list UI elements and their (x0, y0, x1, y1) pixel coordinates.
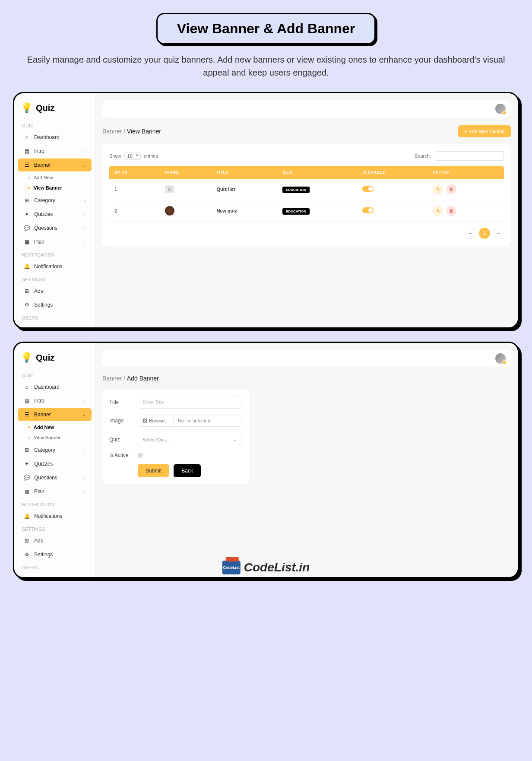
add-new-banner-button[interactable]: +Add New Banner (458, 125, 511, 137)
logo-text: Quiz (36, 103, 54, 113)
section-users: USERS (14, 562, 95, 572)
page-size-select[interactable]: 10 (124, 152, 141, 160)
codelist-logo-icon: CodeList (222, 561, 241, 574)
nav-banner-view[interactable]: View Banner (14, 432, 95, 443)
page-subtitle: Easily manage and customize your quiz ba… (13, 53, 519, 79)
chevron-right-icon: › (84, 198, 86, 203)
page-size-control: Show 10 entries (109, 153, 158, 159)
nav-intro[interactable]: ▤Intro› (18, 145, 92, 158)
topbar (102, 350, 511, 367)
add-banner-panel: 💡 Quiz QUIZ ⌂Dashboard ▤Intro› ☰Banner⌄ … (13, 342, 519, 578)
page-title-box: View Banner & Add Banner (156, 13, 376, 44)
nav-banner-view[interactable]: View Banner (14, 183, 95, 193)
doc-icon: ▤ (24, 148, 30, 154)
section-quiz: QUIZ (14, 370, 95, 380)
page-next[interactable]: → (493, 228, 504, 239)
nav-banner[interactable]: ☰Banner⌄ (18, 408, 92, 421)
chevron-right-icon: › (84, 489, 86, 494)
image-file-input[interactable]: 🖼Browse... No file selected. (138, 415, 241, 427)
nav-dashboard[interactable]: ⌂Dashboard (18, 131, 92, 144)
quizzes-icon: ✦ (24, 461, 30, 467)
calendar-icon: ▦ (24, 488, 30, 495)
bell-icon: 🔔 (24, 263, 30, 270)
doc-icon: ▤ (24, 398, 30, 404)
chevron-down-icon: ⌄ (233, 437, 237, 442)
page-prev[interactable]: ← (465, 228, 476, 239)
col-isenable[interactable]: IS ENABLE (357, 166, 428, 179)
dot-icon (28, 177, 30, 179)
col-srno[interactable]: SR NO (109, 166, 160, 179)
title-input[interactable] (138, 396, 241, 409)
quiz-select[interactable]: Select Quiz... ⌄ (138, 433, 241, 446)
section-quiz: QUIZ (14, 120, 95, 130)
nav-questions[interactable]: 💬Questions› (18, 471, 92, 484)
bulb-icon: 💡 (20, 352, 32, 364)
form-card: Title Image 🖼Browse... No file selected.… (102, 389, 249, 484)
title-label: Title (109, 399, 131, 405)
nav-quizzes[interactable]: ✦Quizzes› (18, 208, 92, 221)
nav-banner-add-new[interactable]: Add New (14, 172, 95, 183)
chevron-down-icon: ⌄ (82, 163, 86, 168)
page-current[interactable]: 1 (479, 228, 490, 239)
avatar[interactable] (495, 353, 506, 364)
gear-icon: ⚙ (24, 552, 30, 558)
enable-toggle[interactable] (362, 186, 374, 192)
col-quiz[interactable]: QUIZ (277, 166, 357, 179)
back-button[interactable]: Back (174, 464, 201, 477)
gear-icon: ⚙ (24, 302, 30, 308)
nav-category[interactable]: ⊞Category› (18, 444, 92, 457)
nav-ads[interactable]: ⊞Ads (18, 285, 92, 298)
table-row: 2 New quiz EDUCATION ✎ 🗑 (109, 200, 504, 222)
section-notification: NOTIFICATION (14, 499, 95, 509)
home-icon: ⌂ (24, 134, 30, 140)
col-image[interactable]: IMAGE (160, 166, 211, 179)
nav-quizzes[interactable]: ✦Quizzes› (18, 457, 92, 470)
nav-settings[interactable]: ⚙Settings (18, 548, 92, 561)
chevron-right-icon: › (84, 149, 86, 154)
chevron-right-icon: › (84, 462, 86, 466)
is-active-radio[interactable] (138, 453, 143, 458)
edit-button[interactable]: ✎ (433, 206, 443, 216)
avatar[interactable] (495, 104, 506, 114)
nav-settings[interactable]: ⚙Settings (18, 298, 92, 311)
chevron-down-icon: ⌄ (82, 412, 86, 417)
enable-toggle[interactable] (362, 207, 374, 213)
nav-questions[interactable]: 💬Questions› (18, 222, 92, 235)
edit-button[interactable]: ✎ (433, 184, 443, 195)
chevron-right-icon: › (84, 226, 86, 231)
chevron-right-icon: › (84, 476, 86, 480)
col-title[interactable]: TITLE (211, 166, 277, 179)
nav-intro[interactable]: ▤Intro› (18, 394, 92, 407)
nav-dashboard[interactable]: ⌂Dashboard (18, 380, 92, 393)
col-action[interactable]: ACTION (428, 166, 504, 179)
nav-ads[interactable]: ⊞Ads (18, 534, 92, 547)
logo-text: Quiz (36, 353, 54, 363)
banners-table: SR NO IMAGE TITLE QUIZ IS ENABLE ACTION … (109, 166, 504, 222)
nav-plan[interactable]: ▦Plan› (18, 485, 92, 498)
search-input[interactable] (435, 151, 504, 161)
submit-button[interactable]: Submit (138, 464, 169, 477)
dot-icon (28, 437, 30, 439)
search-control: Search: (415, 151, 504, 161)
chevron-right-icon: › (84, 399, 86, 403)
content-area: Banner / View Banner +Add New Banner Sho… (95, 93, 518, 327)
nav-notifications[interactable]: 🔔Notifications (18, 510, 92, 523)
nav-category[interactable]: ⊞Category› (18, 194, 92, 207)
sidebar: 💡 Quiz QUIZ ⌂Dashboard ▤Intro› ☰Banner⌄ … (14, 93, 95, 327)
topbar (102, 100, 511, 117)
nav-banner-add-new[interactable]: Add New (14, 422, 95, 432)
nav-banner[interactable]: ☰Banner⌄ (18, 159, 92, 171)
delete-button[interactable]: 🗑 (446, 184, 456, 194)
dot-icon (28, 187, 30, 189)
calendar-icon: ▦ (24, 239, 30, 245)
section-notification: NOTIFICATION (14, 249, 95, 259)
nav-notifications[interactable]: 🔔Notifications (18, 260, 92, 273)
image-icon: 🖼 (142, 418, 147, 423)
grid-icon: ⊞ (24, 197, 30, 203)
delete-button[interactable]: 🗑 (446, 206, 456, 216)
nav-plan[interactable]: ▦Plan› (18, 235, 92, 248)
plus-icon: + (464, 129, 467, 134)
section-settings: SETTINGS (14, 523, 95, 533)
breadcrumb: Banner / Add Banner (102, 375, 159, 382)
home-icon: ⌂ (24, 384, 30, 390)
